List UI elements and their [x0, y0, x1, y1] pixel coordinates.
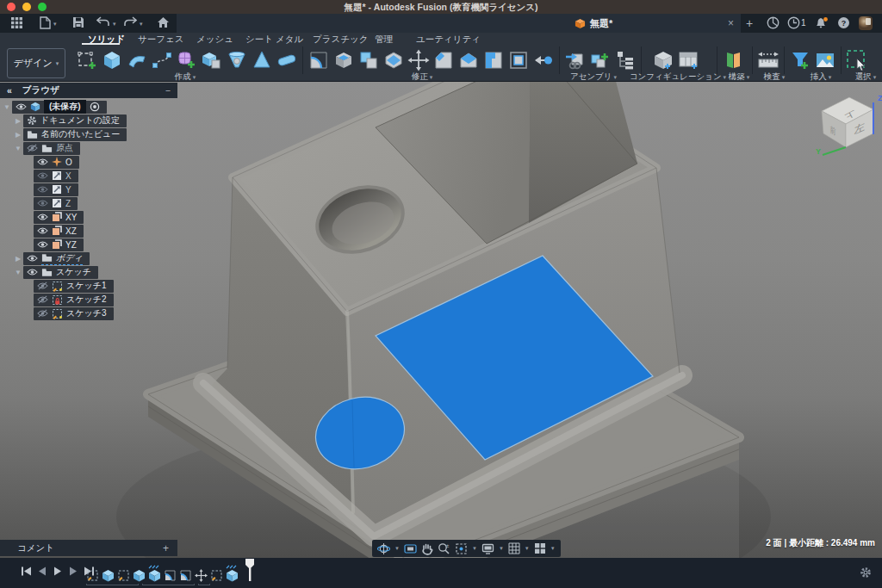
eye-icon[interactable]: [37, 226, 48, 235]
help-icon[interactable]: ?: [837, 16, 850, 29]
file-menu-caret[interactable]: ▾: [53, 21, 57, 28]
close-tab-icon[interactable]: ×: [728, 14, 734, 33]
revert-icon[interactable]: [532, 49, 555, 71]
tree-row-axis-y[interactable]: Y: [2, 183, 177, 196]
activate-component-radio[interactable]: [90, 102, 100, 112]
add-comment-button[interactable]: +: [163, 542, 169, 554]
timeline-settings-gear-icon[interactable]: [860, 566, 872, 579]
eye-dim-icon[interactable]: [37, 171, 48, 180]
cone-icon[interactable]: [251, 49, 273, 71]
play-button[interactable]: [53, 566, 63, 577]
step-back-button[interactable]: [37, 566, 47, 577]
canvas-image-icon[interactable]: [814, 49, 836, 71]
browser-minimize-icon[interactable]: −: [165, 85, 171, 96]
timeline-extrude-icon[interactable]: [102, 569, 115, 582]
file-menu-icon[interactable]: [40, 16, 51, 29]
eye-icon[interactable]: [37, 213, 48, 221]
sweep-icon[interactable]: [126, 49, 148, 71]
job-status-icon[interactable]: [787, 16, 800, 29]
redo-icon[interactable]: [123, 16, 137, 28]
step-forward-button[interactable]: [68, 566, 78, 577]
tab-sheet-metal[interactable]: シート メタル: [245, 34, 303, 46]
browser-header[interactable]: « ブラウザ −: [0, 83, 177, 98]
tab-plastic[interactable]: プラスチック: [313, 34, 368, 46]
tree-row-sketch3[interactable]: スケッチ3: [2, 306, 177, 320]
grid-caret[interactable]: ▼: [525, 546, 530, 551]
eye-off-icon[interactable]: [37, 282, 48, 290]
comments-panel[interactable]: コメント +: [0, 540, 177, 556]
eye-icon[interactable]: [27, 268, 38, 276]
timeline-extrude-modified-icon[interactable]: [148, 565, 161, 582]
tree-row-bodies[interactable]: ▶ ボディ: [2, 251, 177, 265]
eye-dim-icon[interactable]: [37, 199, 48, 207]
tree-row-document[interactable]: ▼ (未保存): [2, 100, 177, 114]
create-sketch-icon[interactable]: [76, 49, 98, 71]
construct-plane-icon[interactable]: [722, 49, 744, 71]
chevron-down-icon[interactable]: ▼: [13, 269, 23, 276]
timeline-fillet-icon[interactable]: [164, 569, 177, 582]
chevron-right-icon[interactable]: ▶: [13, 131, 23, 139]
browser-collapse-icon[interactable]: «: [7, 85, 12, 96]
eye-off-icon[interactable]: [37, 309, 48, 318]
tree-row-named-views[interactable]: ▶ 名前の付いたビュー: [2, 127, 177, 141]
home-icon[interactable]: [157, 16, 170, 28]
configuration-table-icon[interactable]: [678, 49, 700, 71]
select-icon[interactable]: [846, 49, 868, 71]
tree-row-sketch1[interactable]: スケッチ1: [2, 279, 177, 293]
chevron-right-icon[interactable]: ▶: [13, 255, 23, 263]
tab-manage[interactable]: 管理: [375, 34, 393, 46]
configuration-icon[interactable]: [653, 49, 675, 71]
viewcube[interactable]: 上 左 前 Z Y: [815, 89, 882, 158]
user-avatar[interactable]: [858, 15, 873, 31]
eye-icon[interactable]: [37, 240, 48, 249]
new-component-icon[interactable]: [589, 49, 612, 71]
timeline-sketch-icon[interactable]: [117, 569, 130, 582]
pan-icon[interactable]: [421, 542, 433, 555]
tree-row-origin-o[interactable]: O: [2, 155, 177, 169]
chevron-down-icon[interactable]: ▼: [2, 103, 12, 111]
tab-surface[interactable]: サーフェス: [138, 34, 183, 46]
timeline-extrude-icon[interactable]: [133, 569, 146, 582]
tree-row-sketches[interactable]: ▼ スケッチ: [2, 265, 177, 279]
document-tab[interactable]: 無題* ×: [177, 14, 741, 33]
timeline-extrude-modified-icon[interactable]: [226, 565, 239, 582]
tab-utilities[interactable]: ユーティリティ: [416, 34, 481, 46]
timeline-move-icon[interactable]: [195, 569, 208, 582]
go-to-start-button[interactable]: [21, 566, 32, 577]
chevron-right-icon[interactable]: ▶: [13, 117, 23, 125]
pattern-icon[interactable]: [507, 49, 530, 71]
tree-row-sketch2[interactable]: スケッチ2: [2, 293, 177, 306]
viewports-icon[interactable]: [534, 542, 546, 554]
viewports-caret[interactable]: ▼: [550, 546, 556, 551]
display-settings-icon[interactable]: [481, 543, 494, 554]
spline-path-icon[interactable]: [151, 49, 173, 71]
timeline-sketch-icon[interactable]: [210, 569, 223, 582]
offset-face-icon[interactable]: [457, 49, 480, 71]
app-grid-menu-icon[interactable]: [10, 16, 23, 29]
tab-mesh[interactable]: メッシュ: [196, 34, 233, 46]
fillet-icon[interactable]: [307, 49, 330, 71]
new-tab-button[interactable]: +: [746, 14, 753, 33]
timeline-playhead[interactable]: [243, 558, 257, 582]
chevron-down-icon[interactable]: ▼: [13, 145, 23, 152]
fit-icon[interactable]: [455, 542, 468, 555]
fit-caret[interactable]: ▼: [472, 546, 477, 551]
eye-off-icon[interactable]: [27, 144, 38, 152]
move-icon[interactable]: [407, 49, 430, 71]
tree-row-plane-xz[interactable]: XZ: [2, 224, 177, 238]
eye-off-icon[interactable]: [37, 295, 48, 304]
eye-icon[interactable]: [16, 102, 27, 111]
eye-dim-icon[interactable]: [37, 185, 48, 194]
undo-icon[interactable]: [96, 16, 110, 28]
look-at-icon[interactable]: [404, 543, 417, 554]
redo-caret[interactable]: ▾: [140, 21, 143, 28]
tree-row-origin[interactable]: ▼ 原点: [2, 141, 177, 155]
timeline-sketch-icon[interactable]: [86, 569, 99, 582]
component-structure-icon[interactable]: [614, 49, 637, 71]
pipe-icon[interactable]: [276, 49, 298, 71]
tree-row-plane-yz[interactable]: YZ: [2, 238, 177, 251]
create-form-icon[interactable]: [176, 49, 198, 71]
notifications-bell-icon[interactable]: [815, 16, 829, 29]
measure-icon[interactable]: [757, 49, 780, 71]
design-workspace-dropdown[interactable]: デザイン: [7, 48, 65, 78]
